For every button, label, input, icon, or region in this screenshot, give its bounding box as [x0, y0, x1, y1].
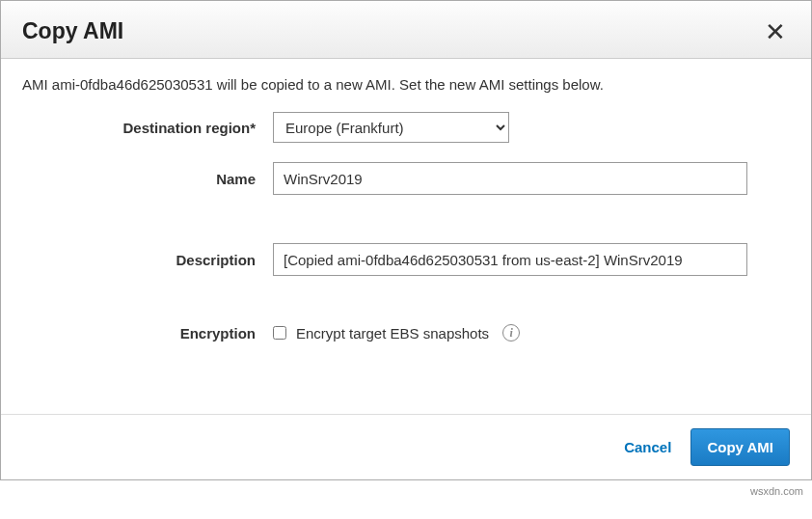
description-label: Description [22, 252, 273, 268]
info-icon[interactable]: i [502, 324, 520, 341]
encrypt-checkbox[interactable] [273, 326, 286, 340]
region-row: Destination region* Europe (Frankfurt) [22, 112, 790, 143]
intro-text: AMI ami-0fdba46d625030531 will be copied… [22, 76, 790, 93]
copy-ami-dialog: Copy AMI ✕ AMI ami-0fdba46d625030531 wil… [0, 0, 812, 480]
destination-region-select[interactable]: Europe (Frankfurt) [273, 112, 509, 143]
copy-ami-button[interactable]: Copy AMI [690, 428, 790, 466]
watermark: wsxdn.com [747, 484, 806, 498]
close-icon[interactable]: ✕ [761, 19, 790, 44]
name-row: Name [22, 162, 790, 195]
dialog-footer: Cancel Copy AMI [1, 414, 811, 479]
name-input[interactable] [273, 162, 747, 195]
name-label: Name [22, 171, 273, 187]
encryption-label: Encryption [22, 325, 273, 341]
dialog-header: Copy AMI ✕ [1, 1, 811, 59]
cancel-button[interactable]: Cancel [624, 439, 671, 455]
encrypt-checkbox-label: Encrypt target EBS snapshots [296, 325, 489, 341]
description-input[interactable] [273, 243, 747, 276]
dialog-body: AMI ami-0fdba46d625030531 will be copied… [1, 59, 811, 414]
description-row: Description [22, 243, 790, 276]
encryption-row: Encryption Encrypt target EBS snapshots … [22, 324, 790, 341]
region-label: Destination region* [22, 120, 273, 136]
dialog-title: Copy AMI [22, 18, 123, 44]
